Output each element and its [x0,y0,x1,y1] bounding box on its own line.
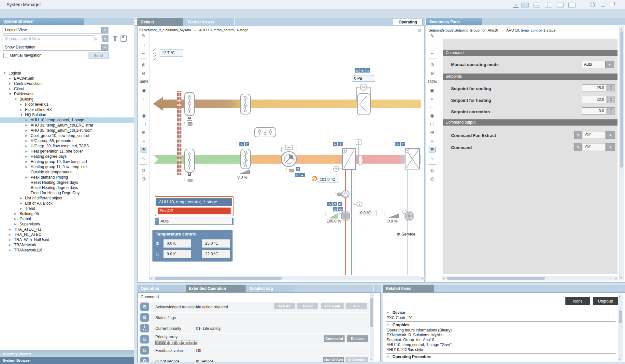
out-of-svc-button[interactable]: Out Of Svc [323,357,344,362]
damper-linkage-symbol[interactable] [254,128,276,137]
ahu-mode-value[interactable]: Auto [159,218,232,224]
print-icon[interactable]: ⎙ [429,176,435,182]
pencil-icon[interactable]: ✎ [333,142,338,147]
power-icon[interactable]: ⊙ [333,207,338,212]
manual-operating-mode-arrow[interactable]: ▼ [605,61,614,68]
pencil-icon[interactable]: ✎ [239,142,244,147]
tree-expand-icon[interactable]: ▶ [25,165,28,169]
ungroup-button[interactable]: Ungroup [593,297,618,305]
system-browser-bottom-bar[interactable]: System Browser [0,357,134,364]
sum-icon[interactable]: ∑ [400,142,405,147]
tree-item-floor-offline-rx[interactable]: ▶Floor offline RX [0,107,134,112]
tree-item-building[interactable]: ▼Building [0,97,134,102]
tree-expand-icon[interactable]: ▶ [25,118,28,122]
tree-item-tra-with-notused[interactable]: ▶TRA_With_NotUsed [0,237,134,242]
forward-icon[interactable]: → [429,42,435,47]
tree-item-floor-level-01[interactable]: ▶Floor level 01 [0,102,134,107]
search-arrow[interactable]: ▼ [102,35,108,42]
priority-cell-16[interactable]: 16 [194,341,197,345]
tree-item-label[interactable]: Heating group 11, flow temp_ctrl [31,165,87,169]
tree-item-label[interactable]: Building [20,97,34,101]
setpoint-cooling-value[interactable]: 25.0 [582,84,606,91]
tree-item-label[interactable]: Floor offline RX [25,107,52,112]
ack-fault-button[interactable]: Ack Fault [321,303,344,309]
tree-item-label[interactable]: Supervisory [20,222,40,226]
comment-icon[interactable]: ⚑ [140,147,147,153]
tree-item-citect[interactable]: ▶Citect [0,86,134,91]
supply-damper[interactable] [185,149,194,172]
recently-viewed-bar[interactable]: Recently Viewed [0,351,134,357]
zoom-level[interactable]: 100% [427,79,438,84]
tree-expand-icon[interactable]: ▶ [9,82,11,85]
flow-temp-sensor[interactable]: T [334,166,343,171]
tree-item-label[interactable]: AHU 35, temp_&hum_ctrl,1-st,room [31,128,92,133]
tree-item-reset-heating-degree-days[interactable]: Reset Heating degree days [0,185,134,190]
ahu-alarm-state[interactable]: EmgOff [158,208,231,214]
tree-item-label[interactable]: Reset Heating degree days [31,185,78,190]
print-icon[interactable]: ⎙ [140,176,147,182]
setpoint-correction-value[interactable]: 0.0 [582,107,606,115]
ack-button[interactable]: Ack [346,303,367,309]
tree-expand-icon[interactable]: ▶ [25,150,28,153]
search-icon[interactable]: ⌕ [140,96,147,101]
layout-bottom-icon[interactable] [533,3,540,7]
related-item[interactable]: AHU10, 2DPlus style [387,347,423,352]
heat-recovery-flap[interactable] [357,94,370,115]
chevron-down-icon[interactable]: ▼ [387,311,389,314]
command-value[interactable]: Off [583,143,606,151]
tree-item-label[interactable]: Reset Heating degree days [31,180,78,185]
pan-icon[interactable]: ⊞ [140,130,147,135]
tree-item-tranetwork[interactable]: ▶TRANetwork [0,242,134,248]
tree-collapse-icon[interactable]: ▼ [14,98,17,101]
pencil-icon[interactable]: ✎ [574,131,582,139]
tree-item-label[interactable]: Logical [8,71,21,75]
back-icon[interactable]: ← [429,50,435,55]
tree-item-tra-h1-atec[interactable]: ▶TRA_H1_ATEC [0,232,134,237]
heating-pump[interactable] [342,191,349,198]
operation-vscrollbar[interactable]: ▴▾ [370,293,374,361]
tree-item-heat-generation-11-one-boiler[interactable]: ▶Heat generation 11, one boiler [0,149,134,154]
related-group-device[interactable]: Device [392,310,405,315]
tree-item-label[interactable]: Trend for Heating DegreDay [31,191,79,195]
tree-item-label[interactable]: TRA_With_NotUsed [14,237,49,242]
priority-array[interactable]: 12345678910111213141516 [155,339,197,345]
layout-single-icon[interactable] [568,3,575,7]
tree-expand-icon[interactable]: ▶ [14,212,17,215]
tree-item-label[interactable]: List of PX Block [25,201,52,206]
tree-item-label[interactable]: H/C grp_20, flow temp_ctrl, TABS [31,144,89,148]
page-icon[interactable]: ⧉ [429,168,435,173]
tree-expand-icon[interactable]: ▶ [9,243,11,247]
tree-item-label[interactable]: AHU 33, temp_&hum_ctrl,ERC strat [31,123,93,128]
search-input[interactable]: Search Logical View [3,35,94,42]
extract-damper[interactable] [185,92,194,115]
command-fan-extract-value[interactable]: Off [583,131,606,139]
secondary-source[interactable]: SetpointGroups\Setpoint_Group_for_Ahu10 [429,28,498,32]
cooling-coil[interactable] [405,149,419,169]
tree-item-label[interactable]: Citect [14,87,24,91]
pen-icon[interactable]: ✎ [429,33,435,38]
view-selector-arrow[interactable]: ▼ [102,27,108,34]
center-select-icon[interactable]: ◉ [140,113,147,118]
cooling-valve[interactable] [402,210,413,220]
ahu-state-box[interactable]: AHU 10, temp_control, 1-stage EmgOff [155,196,234,216]
zoom-in-icon[interactable]: ⊕ [140,62,147,67]
tree-item-h-c-group-65-precontrol[interactable]: ▶H/C group 65, precontrol [0,138,134,143]
outside-temp-value[interactable]: 12.7 °C [160,49,183,57]
in-service-button[interactable]: In Service [346,357,368,362]
cooling-setpoint-value[interactable]: 25.0 °C [202,239,230,248]
supply-damper-actuator[interactable]: M [187,172,192,177]
heating-setpoint-value[interactable]: 22.0 °C [202,250,230,258]
layout-quad-icon[interactable] [521,3,529,7]
gear-icon[interactable]: ⚙ [355,68,360,73]
secondary-hscrollbar[interactable]: ◂▸ [442,276,618,280]
supply-fan[interactable]: ΔP [281,145,296,167]
tree-item-label[interactable]: Heating group 10, flow temp_ctrl [31,159,87,164]
tree-item-label[interactable]: H/C group 65, precontrol [31,139,73,143]
tree-expand-icon[interactable]: ▶ [20,207,22,210]
tree-item-supervisory[interactable]: ▶Supervisory [0,222,134,227]
tree-item-ahu-10-temp-control-1-stage[interactable]: ▶AHU 10, temp_control, 1-stage [0,117,134,123]
extract-filter[interactable] [240,94,250,114]
zoom-out-icon[interactable]: ⊖ [140,71,147,76]
tree-item-label[interactable]: Peak demand limiting [31,175,68,180]
tree-expand-icon[interactable]: ▶ [20,108,22,111]
